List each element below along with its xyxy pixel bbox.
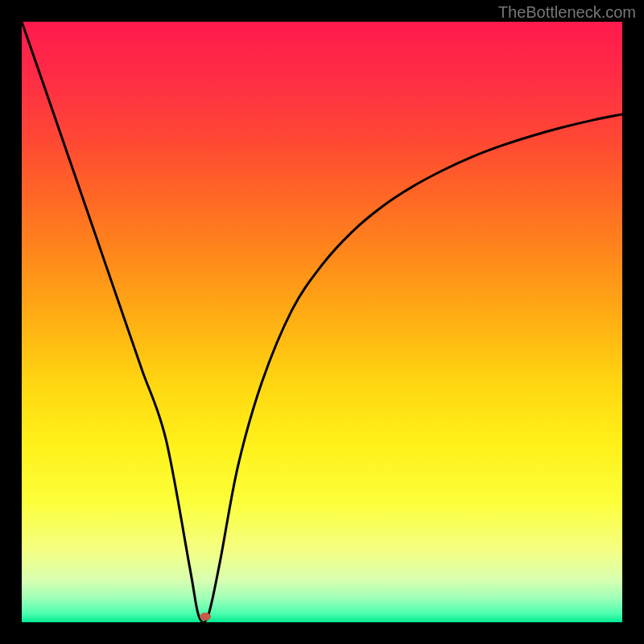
optimal-point-marker — [200, 613, 211, 621]
curve-layer — [22, 22, 622, 622]
bottleneck-curve — [22, 22, 622, 622]
watermark-text: TheBottleneck.com — [498, 3, 636, 22]
plot-area — [22, 22, 622, 622]
